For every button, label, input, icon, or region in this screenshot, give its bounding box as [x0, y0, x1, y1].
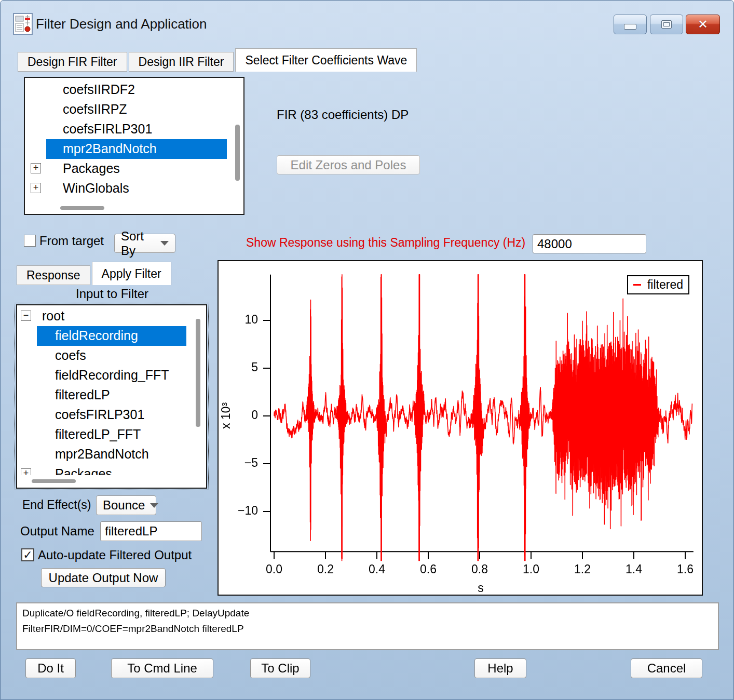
list-item-root[interactable]: root: [42, 308, 64, 324]
end-effects-value: Bounce: [103, 498, 145, 513]
collapse-icon[interactable]: −: [21, 311, 31, 321]
do-it-button[interactable]: Do It: [25, 658, 76, 678]
chevron-down-icon: [160, 241, 169, 246]
list-item-coefsfirlp301[interactable]: coefsFIRLP301: [63, 122, 152, 137]
chart-legend: filtered: [627, 275, 689, 294]
help-button[interactable]: Help: [474, 658, 526, 678]
tab-select-filter-coefficients-wave[interactable]: Select Filter Coefficients Wave: [235, 48, 417, 72]
title-bar[interactable]: Filter Design and Application ✕: [1, 1, 733, 39]
filter-info-text: FIR (83 coefficients) DP: [277, 107, 409, 122]
minimize-icon: [624, 24, 636, 30]
tab-design-fir-filter[interactable]: Design FIR Filter: [18, 52, 127, 72]
chevron-down-icon: [150, 503, 158, 508]
waveform-canvas: [219, 261, 702, 595]
view-tab-bar: ResponseApply Filter: [17, 262, 173, 285]
auto-update-checkbox[interactable]: ✓: [21, 548, 34, 561]
to-clip-button[interactable]: To Clip: [250, 658, 310, 678]
command-preview-box: Duplicate/O fieldRecording, filteredLP; …: [16, 602, 719, 650]
list-item-filteredlp[interactable]: filteredLP: [55, 387, 110, 402]
tree-hscroll-thumb[interactable]: [32, 479, 76, 483]
output-name-input[interactable]: [100, 521, 202, 541]
coefficients-wave-list[interactable]: coefsIIRDF2coefsIIRPZcoefsFIRLP301mpr2Ba…: [24, 77, 244, 215]
auto-update-label: Auto-update Filtered Output: [38, 548, 192, 562]
dialog-window: Filter Design and Application ✕ Design F…: [0, 0, 734, 700]
sampling-frequency-label: Show Response using this Sampling Freque…: [246, 236, 525, 250]
list-item-packages[interactable]: Packages: [55, 466, 112, 475]
expand-icon[interactable]: +: [31, 163, 41, 173]
close-button[interactable]: ✕: [686, 15, 720, 34]
list-item-coefsiirdf2[interactable]: coefsIIRDF2: [63, 82, 135, 97]
window-title: Filter Design and Application: [36, 16, 207, 32]
minimize-button[interactable]: [614, 15, 647, 34]
wave-list-vscroll-thumb[interactable]: [235, 125, 240, 181]
from-target-checkbox[interactable]: [24, 235, 36, 247]
filter-tab-bar: Design FIR FilterDesign IIR FilterSelect…: [18, 48, 418, 72]
output-name-label: Output Name: [20, 524, 94, 539]
expand-icon[interactable]: +: [31, 183, 41, 193]
tab-apply-filter[interactable]: Apply Filter: [92, 262, 171, 285]
list-item-coefsiirpz[interactable]: coefsIIRPZ: [63, 102, 127, 117]
cancel-button[interactable]: Cancel: [631, 658, 702, 678]
app-icon: [13, 13, 33, 35]
end-effects-label: End Effect(s): [22, 498, 91, 512]
sampling-frequency-input[interactable]: [533, 234, 646, 253]
list-item-packages[interactable]: Packages: [63, 161, 120, 176]
legend-entry: filtered: [647, 278, 683, 292]
edit-zeros-poles-button[interactable]: Edit Zeros and Poles: [277, 155, 420, 174]
close-icon: ✕: [698, 17, 708, 32]
to-cmd-line-button[interactable]: To Cmd Line: [111, 658, 213, 678]
list-item-fieldrecording[interactable]: fieldRecording: [55, 328, 138, 343]
list-item-mpr2bandnotch[interactable]: mpr2BandNotch: [55, 447, 149, 462]
input-to-filter-title: Input to Filter: [17, 287, 207, 301]
y-axis-title: x 10³: [219, 395, 233, 437]
tab-design-iir-filter[interactable]: Design IIR Filter: [129, 52, 234, 72]
list-item-filteredlp-fft[interactable]: filteredLP_FFT: [55, 427, 141, 442]
list-item-winglobals[interactable]: WinGlobals: [63, 181, 129, 196]
update-output-now-button[interactable]: Update Output Now: [41, 568, 166, 587]
list-item-mpr2bandnotch[interactable]: mpr2BandNotch: [63, 141, 157, 156]
check-icon: ✓: [23, 548, 32, 562]
wave-list-hscroll-thumb[interactable]: [60, 206, 104, 210]
legend-line-swatch: [633, 284, 641, 286]
waveform-chart: [218, 260, 703, 596]
list-item-coefsfirlp301[interactable]: coefsFIRLP301: [55, 407, 144, 422]
list-item-fieldrecording-fft[interactable]: fieldRecording_FFT: [55, 368, 169, 383]
expand-icon[interactable]: +: [21, 468, 31, 475]
maximize-button[interactable]: [650, 15, 683, 34]
command-line-2: FilterFIR/DIM=0/COEF=mpr2BandNotch filte…: [22, 623, 244, 635]
tree-vscroll-thumb[interactable]: [196, 319, 200, 427]
list-item-coefs[interactable]: coefs: [55, 348, 86, 363]
sort-by-value: Sort By: [121, 229, 155, 258]
tab-response[interactable]: Response: [17, 265, 90, 285]
input-to-filter-tree[interactable]: −rootfieldRecordingcoefsfieldRecording_F…: [16, 304, 207, 489]
x-axis-title: s: [468, 581, 494, 595]
from-target-label: From target: [39, 234, 104, 248]
sort-by-dropdown[interactable]: Sort By: [114, 234, 175, 253]
command-line-1: Duplicate/O fieldRecording, filteredLP; …: [22, 608, 249, 619]
maximize-icon: [661, 20, 672, 29]
end-effects-dropdown[interactable]: Bounce: [96, 495, 156, 515]
